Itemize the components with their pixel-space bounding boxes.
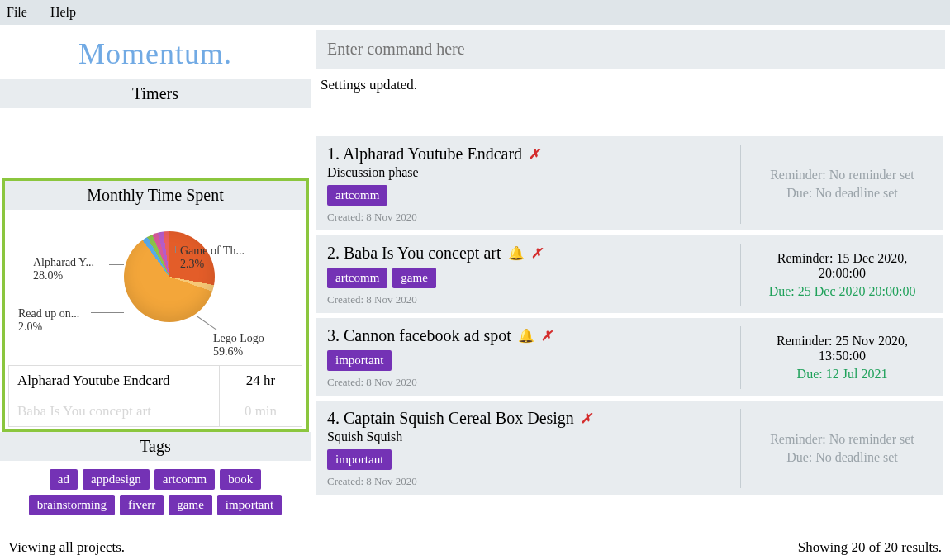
tags-header: Tags bbox=[0, 432, 311, 461]
tag-artcomm[interactable]: artcomm bbox=[154, 469, 215, 490]
task-subtitle: Squish Squish bbox=[327, 429, 740, 444]
menubar: File Help bbox=[0, 0, 950, 25]
tag-artcomm[interactable]: artcomm bbox=[327, 268, 387, 288]
pie-label-lego: Lego Logo 59.6% bbox=[213, 332, 264, 358]
tags-body: adappdesignartcommbookbrainstormingfiver… bbox=[0, 461, 311, 524]
mts-cell-value: 0 min bbox=[220, 396, 302, 427]
x-icon[interactable]: ✗ bbox=[529, 146, 539, 162]
task-reminder: Reminder: 15 Dec 2020, 20:00:00 bbox=[753, 251, 932, 281]
monthly-time-spent-panel: Monthly Time Spent Alpharad Y... 28.0% G… bbox=[2, 178, 309, 432]
task-title: 1. Alpharad Youtube Endcard bbox=[327, 145, 522, 164]
tag-important[interactable]: important bbox=[327, 350, 392, 371]
timers-header: Timers bbox=[0, 79, 311, 108]
tag-important[interactable]: important bbox=[217, 495, 282, 515]
statusbar: Viewing all projects. Showing 20 of 20 r… bbox=[0, 535, 950, 560]
pie-label-alpharad: Alpharad Y... 28.0% bbox=[33, 256, 94, 282]
app-logo: Momentum. bbox=[0, 25, 311, 79]
mts-header: Monthly Time Spent bbox=[5, 181, 306, 210]
task-title: 4. Captain Squish Cereal Box Design bbox=[327, 409, 574, 428]
tag-game[interactable]: game bbox=[169, 495, 211, 515]
tag-important[interactable]: important bbox=[327, 449, 392, 470]
task-reminder: Reminder: No reminder set bbox=[753, 168, 932, 183]
task-reminder: Reminder: No reminder set bbox=[753, 432, 932, 447]
status-message: Settings updated. bbox=[316, 74, 945, 131]
task-reminder: Reminder: 25 Nov 2020, 13:50:00 bbox=[753, 334, 932, 363]
pie-label-readup: Read up on... 2.0% bbox=[18, 307, 79, 334]
x-icon[interactable]: ✗ bbox=[581, 411, 591, 426]
tag-appdesign[interactable]: appdesign bbox=[83, 469, 150, 490]
mts-cell-name: Baba Is You concept art bbox=[9, 396, 220, 427]
task-created: Created: 8 Nov 2020 bbox=[327, 475, 740, 488]
task-card[interactable]: 1. Alpharad Youtube Endcard✗Discussion p… bbox=[316, 136, 943, 230]
table-row[interactable]: Alpharad Youtube Endcard 24 hr bbox=[9, 366, 302, 396]
table-row[interactable]: Baba Is You concept art 0 min bbox=[9, 396, 302, 427]
pie-chart-area: Alpharad Y... 28.0% Game of Th... 2.3% R… bbox=[8, 216, 302, 365]
task-due: Due: No deadline set bbox=[753, 450, 932, 465]
tag-brainstorming[interactable]: brainstorming bbox=[29, 495, 115, 515]
tag-book[interactable]: book bbox=[220, 469, 261, 490]
task-due: Due: 25 Dec 2020 20:00:00 bbox=[753, 284, 932, 299]
mts-cell-value: 24 hr bbox=[220, 366, 302, 396]
tag-game[interactable]: game bbox=[392, 268, 435, 288]
task-list[interactable]: 1. Alpharad Youtube Endcard✗Discussion p… bbox=[316, 136, 945, 535]
task-card[interactable]: 3. Cannon facebook ad spot🔔✗importantCre… bbox=[316, 318, 943, 396]
task-created: Created: 8 Nov 2020 bbox=[327, 211, 740, 224]
statusbar-right: Showing 20 of 20 results. bbox=[798, 539, 942, 556]
task-due: Due: No deadline set bbox=[753, 186, 932, 201]
task-card[interactable]: 2. Baba Is You concept art🔔✗artcommgameC… bbox=[316, 235, 943, 313]
sidebar: Momentum. Timers Monthly Time Spent Alph… bbox=[0, 25, 311, 535]
task-title: 2. Baba Is You concept art bbox=[327, 244, 501, 263]
bell-icon: 🔔 bbox=[508, 245, 525, 261]
task-title: 3. Cannon facebook ad spot bbox=[327, 326, 511, 345]
bell-icon: 🔔 bbox=[518, 328, 534, 344]
x-icon[interactable]: ✗ bbox=[541, 328, 552, 344]
mts-cell-name: Alpharad Youtube Endcard bbox=[9, 366, 220, 396]
mts-table: Alpharad Youtube Endcard 24 hr Baba Is Y… bbox=[8, 365, 302, 427]
tag-artcomm[interactable]: artcomm bbox=[327, 185, 387, 206]
menu-help[interactable]: Help bbox=[50, 5, 76, 20]
pie-label-game: Game of Th... 2.3% bbox=[180, 244, 245, 271]
task-created: Created: 8 Nov 2020 bbox=[327, 376, 740, 389]
tag-ad[interactable]: ad bbox=[50, 469, 78, 490]
task-card[interactable]: 4. Captain Squish Cereal Box Design✗Squi… bbox=[316, 401, 943, 495]
task-due: Due: 12 Jul 2021 bbox=[753, 367, 932, 382]
task-subtitle: Discussion phase bbox=[327, 165, 740, 180]
timers-body bbox=[0, 108, 311, 178]
command-input[interactable] bbox=[316, 30, 945, 69]
menu-file[interactable]: File bbox=[7, 5, 27, 20]
tag-fiverr[interactable]: fiverr bbox=[120, 495, 164, 515]
main-panel: Settings updated. 1. Alpharad Youtube En… bbox=[311, 25, 950, 535]
task-created: Created: 8 Nov 2020 bbox=[327, 293, 740, 306]
statusbar-left: Viewing all projects. bbox=[8, 539, 125, 556]
x-icon[interactable]: ✗ bbox=[531, 245, 542, 261]
